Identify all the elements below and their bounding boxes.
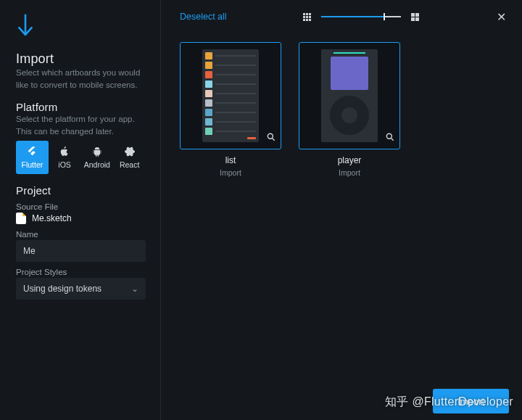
- magnify-icon[interactable]: [266, 132, 276, 144]
- artboard-player[interactable]: player Import: [299, 42, 400, 177]
- footer: Import: [161, 382, 522, 420]
- topbar: Deselect all ✕: [161, 0, 522, 29]
- name-label: Name: [16, 230, 146, 239]
- platform-section: Platform Select the platform for your ap…: [16, 101, 146, 173]
- platform-label: Flutter: [21, 160, 43, 169]
- artboard-title: player: [338, 155, 362, 165]
- close-icon[interactable]: ✕: [495, 10, 508, 24]
- import-title: Import: [16, 52, 146, 67]
- platform-options: Flutter iOS Android React: [16, 141, 146, 174]
- svg-point-4: [268, 133, 273, 139]
- sketch-file-icon: [16, 213, 26, 224]
- platform-react-button[interactable]: React: [113, 141, 146, 174]
- artboard-frame[interactable]: [299, 42, 400, 149]
- artboard-list[interactable]: list Import: [180, 42, 281, 177]
- source-file-row[interactable]: Me.sketch: [16, 213, 146, 224]
- deselect-all-link[interactable]: Deselect all: [180, 12, 227, 22]
- platform-ios-button[interactable]: iOS: [49, 141, 81, 174]
- grid-small-icon[interactable]: [303, 13, 311, 21]
- platform-flutter-button[interactable]: Flutter: [16, 141, 49, 174]
- import-button[interactable]: Import: [433, 389, 509, 413]
- project-name-input[interactable]: Me: [16, 240, 146, 262]
- import-section: Import Select which artboards you would …: [16, 52, 146, 91]
- source-file-name: Me.sketch: [32, 213, 72, 223]
- flutter-icon: [26, 146, 38, 157]
- apple-icon: [59, 146, 70, 157]
- thumbnail-size-slider[interactable]: [321, 16, 401, 17]
- artboard-sub: Import: [220, 168, 241, 177]
- project-styles-value: Using design tokens: [23, 284, 102, 294]
- artboard-sub: Import: [339, 168, 360, 177]
- artboard-thumbnail: [202, 49, 259, 142]
- platform-label: React: [120, 160, 139, 169]
- project-section: Project Source File Me.sketch Name Me Pr…: [16, 184, 146, 300]
- react-icon: [124, 146, 136, 157]
- magnify-icon[interactable]: [385, 132, 395, 144]
- artboard-canvas: list Import player Import: [161, 29, 522, 382]
- artboard-title: list: [225, 155, 236, 165]
- android-icon: [91, 146, 103, 157]
- platform-label: iOS: [58, 160, 71, 169]
- import-desc: Select which artboards you would like to…: [16, 67, 146, 91]
- project-styles-select[interactable]: Using design tokens ⌄: [16, 278, 146, 300]
- artboard-thumbnail: [321, 49, 378, 142]
- chevron-down-icon: ⌄: [131, 284, 138, 294]
- platform-android-button[interactable]: Android: [81, 141, 114, 174]
- grid-large-icon[interactable]: [411, 13, 419, 21]
- styles-label: Project Styles: [16, 268, 146, 276]
- project-title: Project: [16, 184, 146, 197]
- platform-label: Android: [84, 160, 110, 169]
- artboard-frame[interactable]: [180, 42, 281, 149]
- main-panel: Deselect all ✕ list Import: [161, 0, 522, 420]
- app-logo-icon: [16, 13, 146, 41]
- svg-point-5: [386, 133, 392, 139]
- project-name-value: Me: [23, 246, 36, 256]
- source-file-label: Source File: [16, 202, 146, 211]
- platform-title: Platform: [16, 101, 146, 113]
- sidebar: Import Select which artboards you would …: [0, 0, 161, 420]
- platform-desc: Select the platform for your app. This c…: [16, 113, 146, 137]
